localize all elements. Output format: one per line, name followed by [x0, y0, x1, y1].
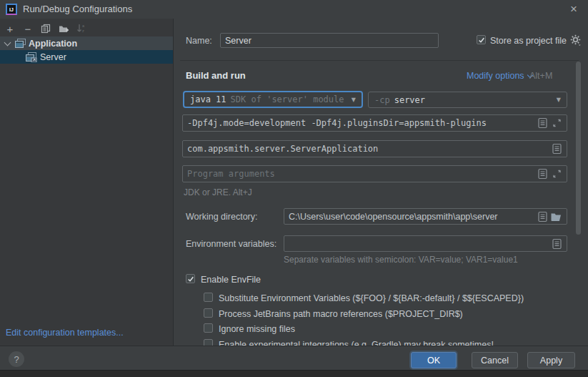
ok-button[interactable]: OK: [411, 352, 457, 368]
environment-variables-fieldwrap: [284, 235, 567, 252]
configurations-tree: Application Server: [0, 36, 173, 64]
expand-field-icon[interactable]: [552, 119, 562, 128]
combo-arrow-icon: ▼: [352, 97, 356, 103]
substitute-env-vars-label: Substitute Environment Variables (${FOO}…: [219, 293, 524, 303]
main-class-fieldwrap: [182, 140, 567, 157]
working-directory-input[interactable]: [284, 208, 567, 225]
intellij-logo-icon: IJ: [6, 4, 17, 15]
sort-configurations-icon[interactable]: a z: [76, 23, 87, 34]
expand-field-icon[interactable]: [552, 170, 562, 179]
vertical-scrollbar[interactable]: [576, 62, 581, 235]
background-window-edge: [0, 370, 588, 377]
document-macros-icon[interactable]: [538, 211, 547, 222]
apply-button[interactable]: Apply: [527, 352, 575, 368]
document-macros-icon[interactable]: [538, 169, 547, 180]
enable-envfile-label: Enable EnvFile: [201, 275, 261, 285]
tree-group-label: Application: [29, 39, 77, 49]
environment-variables-input[interactable]: [284, 235, 567, 252]
configurations-sidebar: + − a z: [0, 19, 174, 346]
check-icon: [187, 275, 194, 283]
ignore-missing-files-checkbox[interactable]: [204, 323, 213, 333]
dialog-title: Run/Debug Configurations: [23, 4, 132, 14]
tree-item-server[interactable]: Server: [0, 50, 173, 64]
section-divider: [180, 60, 579, 61]
ignore-missing-files-label: Ignore missing files: [219, 324, 295, 334]
dialog-footer: ? OK Cancel Apply: [0, 346, 588, 370]
environment-variables-label: Environment variables:: [186, 239, 276, 249]
build-and-run-header: Build and run: [186, 70, 246, 81]
enable-envfile-checkbox[interactable]: [186, 274, 195, 283]
gear-icon[interactable]: [569, 34, 582, 46]
close-icon[interactable]: ×: [566, 1, 582, 17]
vm-options-input[interactable]: [182, 114, 567, 132]
name-input[interactable]: [220, 33, 439, 48]
combo-arrow-icon: ▼: [557, 97, 561, 103]
program-arguments-input[interactable]: [182, 165, 567, 182]
name-label: Name:: [186, 36, 212, 46]
modify-options-shortcut: Alt+M: [529, 71, 552, 81]
working-directory-fieldwrap: [284, 208, 567, 225]
vm-options-fieldwrap: [182, 114, 567, 132]
svg-text:a: a: [82, 24, 85, 28]
process-path-macros-label: Process JetBrains path macro references …: [219, 309, 463, 319]
environment-variables-hint: Separate variables with semicolon: VAR=v…: [284, 255, 518, 265]
document-macros-icon[interactable]: [552, 238, 562, 249]
classpath-module-combobox[interactable]: -cp server ▼: [368, 92, 567, 108]
program-arguments-fieldwrap: [182, 165, 567, 182]
run-debug-configurations-dialog: IJ Run/Debug Configurations × + − a z: [0, 0, 588, 377]
new-folder-icon[interactable]: [58, 23, 69, 34]
help-icon[interactable]: ?: [9, 351, 24, 367]
store-as-project-checkbox[interactable]: [477, 35, 486, 44]
tree-group-application[interactable]: Application: [0, 36, 173, 50]
document-macros-icon[interactable]: [552, 144, 562, 155]
chevron-down-icon[interactable]: [4, 39, 11, 46]
add-configuration-button[interactable]: +: [4, 23, 16, 34]
cancel-button[interactable]: Cancel: [472, 352, 518, 368]
working-directory-label: Working directory:: [186, 212, 258, 222]
process-path-macros-checkbox[interactable]: [204, 308, 213, 318]
tree-item-label: Server: [40, 52, 66, 62]
edit-configuration-templates-link[interactable]: Edit configuration templates...: [6, 328, 124, 338]
modify-options-link[interactable]: Modify options: [467, 71, 532, 81]
svg-text:z: z: [82, 29, 84, 33]
run-configuration-icon: [26, 52, 37, 62]
browse-folder-icon[interactable]: [551, 212, 562, 221]
substitute-env-vars-checkbox[interactable]: [204, 293, 213, 302]
check-icon: [478, 36, 485, 44]
configurations-toolbar: + − a z: [4, 22, 87, 35]
copy-configuration-icon[interactable]: [40, 23, 51, 34]
remove-configuration-button[interactable]: −: [22, 23, 34, 34]
application-icon: [15, 39, 26, 48]
jdk-hint: JDK or JRE. Alt+J: [184, 187, 252, 197]
main-class-input[interactable]: [182, 140, 567, 157]
title-bar: IJ Run/Debug Configurations ×: [0, 0, 588, 19]
jdk-combobox[interactable]: java 11 SDK of 'server' module ▼: [183, 91, 363, 108]
store-as-project-label: Store as project file: [490, 36, 567, 46]
document-macros-icon[interactable]: [538, 118, 547, 129]
